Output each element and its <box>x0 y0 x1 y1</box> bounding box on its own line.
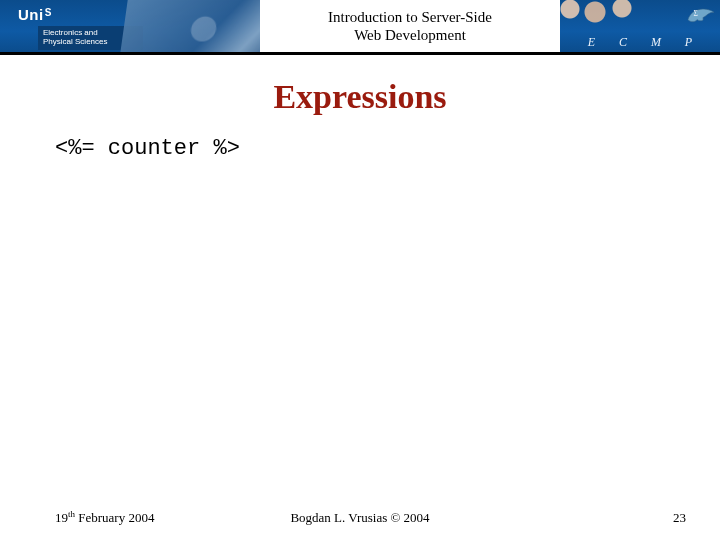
university-name: Uni <box>18 6 44 23</box>
ecmp-letter-e: E <box>588 35 595 50</box>
footer: 19th February 2004 Bogdan L. Vrusias © 2… <box>0 506 720 526</box>
course-title-line2: Web Development <box>328 26 492 44</box>
banner-left: UniS Electronics and Physical Sciences <box>0 0 260 52</box>
slide: UniS Electronics and Physical Sciences I… <box>0 0 720 540</box>
banner: UniS Electronics and Physical Sciences I… <box>0 0 720 52</box>
course-title: Introduction to Server-Side Web Developm… <box>328 8 492 44</box>
banner-underline <box>0 52 720 55</box>
course-title-line1: Introduction to Server-Side <box>328 8 492 26</box>
svg-text:Σ: Σ <box>694 9 698 18</box>
ecmp-letter-c: C <box>619 35 627 50</box>
footer-page-number: 23 <box>673 510 686 526</box>
slide-title: Expressions <box>0 78 720 116</box>
code-expression: <%= counter %> <box>55 136 240 161</box>
footer-author: Bogdan L. Vrusias © 2004 <box>0 510 720 526</box>
dolphin-icon: Σ <box>686 2 716 26</box>
ecmp-row: E C M P <box>560 35 720 50</box>
department-label: Electronics and Physical Sciences <box>38 26 143 50</box>
ecmp-letter-m: M <box>651 35 661 50</box>
banner-right: Σ E C M P <box>560 0 720 52</box>
banner-middle: Introduction to Server-Side Web Developm… <box>260 0 560 52</box>
ecmp-letter-p: P <box>685 35 692 50</box>
university-suffix: S <box>45 7 52 18</box>
department-line2: Physical Sciences <box>43 38 138 47</box>
university-logo: UniS <box>18 6 51 23</box>
